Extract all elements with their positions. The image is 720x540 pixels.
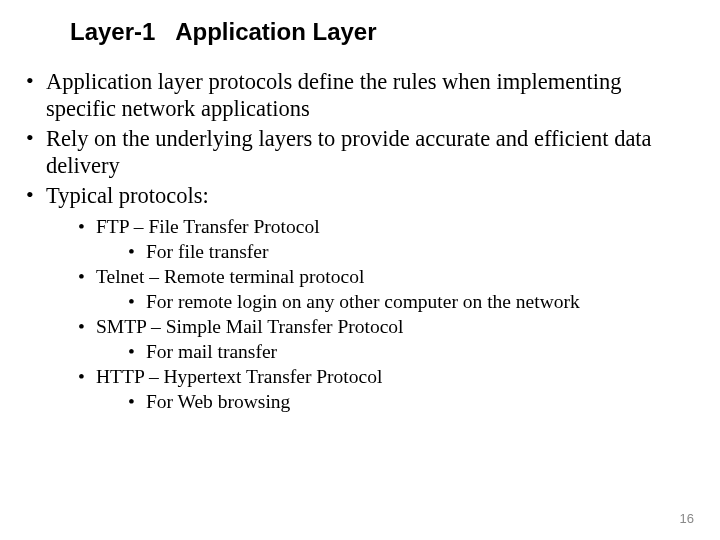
- page-number: 16: [680, 511, 694, 526]
- list-item: Telnet – Remote terminal protocol For re…: [76, 265, 690, 315]
- list-item: SMTP – Simple Mail Transfer Protocol For…: [76, 315, 690, 365]
- bullet-list-level-3: For Web browsing: [96, 390, 690, 415]
- protocol-name: Telnet – Remote terminal protocol: [96, 266, 364, 287]
- bullet-list-level-2: FTP – File Transfer Protocol For file tr…: [46, 215, 690, 415]
- slide-body: Application layer protocols define the r…: [24, 68, 690, 417]
- protocol-name: SMTP – Simple Mail Transfer Protocol: [96, 316, 404, 337]
- slide: Layer-1 Application Layer Application la…: [0, 0, 720, 540]
- protocol-name: FTP – File Transfer Protocol: [96, 216, 320, 237]
- list-item: FTP – File Transfer Protocol For file tr…: [76, 215, 690, 265]
- slide-title: Layer-1 Application Layer: [70, 18, 377, 46]
- list-item: HTTP – Hypertext Transfer Protocol For W…: [76, 365, 690, 415]
- list-item: For remote login on any other computer o…: [126, 290, 690, 315]
- bullet-text: Application layer protocols define the r…: [46, 69, 621, 121]
- list-item: Rely on the underlying layers to provide…: [24, 125, 690, 180]
- bullet-text: Rely on the underlying layers to provide…: [46, 126, 652, 178]
- title-part-2: Application Layer: [175, 18, 376, 45]
- bullet-text: Typical protocols:: [46, 183, 209, 208]
- protocol-desc: For remote login on any other computer o…: [146, 291, 580, 312]
- list-item: For mail transfer: [126, 340, 690, 365]
- protocol-desc: For Web browsing: [146, 391, 290, 412]
- protocol-desc: For mail transfer: [146, 341, 277, 362]
- bullet-list-level-3: For file transfer: [96, 240, 690, 265]
- bullet-list-level-3: For remote login on any other computer o…: [96, 290, 690, 315]
- protocol-desc: For file transfer: [146, 241, 268, 262]
- list-item: For Web browsing: [126, 390, 690, 415]
- bullet-list-level-3: For mail transfer: [96, 340, 690, 365]
- protocol-name: HTTP – Hypertext Transfer Protocol: [96, 366, 382, 387]
- title-part-1: Layer-1: [70, 18, 155, 45]
- list-item: Application layer protocols define the r…: [24, 68, 690, 123]
- bullet-list-level-1: Application layer protocols define the r…: [24, 68, 690, 415]
- list-item: For file transfer: [126, 240, 690, 265]
- list-item: Typical protocols: FTP – File Transfer P…: [24, 182, 690, 415]
